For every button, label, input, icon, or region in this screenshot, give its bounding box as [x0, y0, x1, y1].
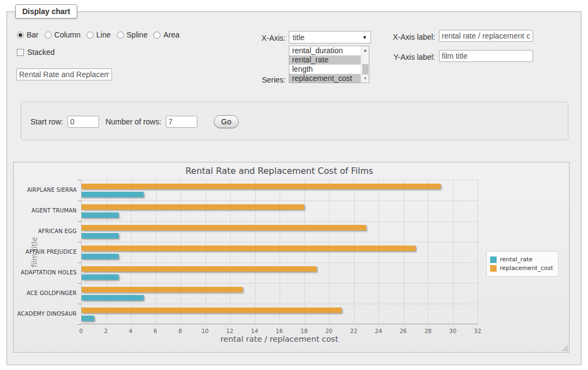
y-tick — [78, 283, 81, 284]
chart-type-option-label: Spline — [127, 30, 148, 39]
gridline — [354, 180, 355, 324]
bar-replacement_cost[interactable] — [82, 308, 342, 313]
legend-item-rental_rate[interactable]: rental_rate — [490, 256, 553, 263]
chart-type-option-area[interactable]: Area — [153, 30, 180, 39]
x-tick-label: 6 — [145, 328, 166, 334]
bar-replacement_cost[interactable] — [82, 266, 317, 272]
gridline — [156, 180, 157, 324]
fieldset-legend: Display chart — [15, 4, 77, 18]
number-of-rows-input[interactable] — [166, 116, 197, 128]
radio-icon[interactable] — [17, 32, 24, 39]
legend-label: replacement_cost — [500, 265, 553, 272]
x-axis-selected-value: title — [293, 33, 305, 42]
chart-title: Rental Rate and Replacement Cost of Film… — [81, 166, 478, 176]
x-axis-select[interactable]: title ▼ — [289, 31, 371, 43]
y-tick — [78, 242, 81, 242]
scroll-up-icon[interactable]: ▲ — [361, 46, 369, 54]
y-tick — [78, 200, 81, 201]
bar-replacement_cost[interactable] — [82, 246, 416, 251]
gridline — [453, 180, 454, 324]
x-tick-label: 12 — [219, 328, 240, 334]
category-label: ADAPTATION HOLES — [14, 269, 77, 277]
gridline — [82, 221, 478, 222]
gridline — [305, 180, 305, 324]
gridline — [478, 180, 478, 324]
stacked-label: Stacked — [27, 48, 55, 57]
bar-replacement_cost[interactable] — [82, 204, 304, 210]
y-axis-label-caption: Y-Axis label: — [381, 53, 435, 61]
x-tick-label: 30 — [442, 328, 463, 334]
series-option-rental_rate[interactable]: rental_rate — [289, 55, 361, 65]
x-tick-label: 18 — [293, 328, 315, 334]
plot-area — [81, 180, 478, 324]
chart-type-option-label: Line — [96, 30, 110, 39]
chart-type-option-column[interactable]: Column — [45, 30, 81, 39]
radio-icon[interactable] — [117, 32, 124, 39]
series-option-replacement_cost[interactable]: replacement_cost — [289, 74, 361, 83]
legend-item-replacement_cost[interactable]: replacement_cost — [490, 265, 553, 272]
gridline — [255, 180, 256, 324]
gridline — [181, 180, 181, 324]
checkbox-icon[interactable] — [17, 49, 24, 56]
y-axis-label-input[interactable] — [439, 50, 533, 62]
bar-rental_rate[interactable] — [82, 192, 144, 197]
radio-icon[interactable] — [86, 32, 94, 39]
chart-legend: rental_ratereplacement_cost — [486, 251, 559, 277]
go-button[interactable]: Go — [214, 115, 239, 128]
bar-replacement_cost[interactable] — [82, 225, 366, 230]
chart-type-radio-group: BarColumnLineSplineArea — [17, 30, 185, 39]
legend-label: rental_rate — [500, 256, 533, 263]
gridline — [82, 200, 478, 201]
bar-replacement_cost[interactable] — [82, 184, 441, 189]
bar-rental_rate[interactable] — [82, 254, 119, 259]
x-tick-label: 24 — [368, 328, 389, 334]
gridline — [107, 180, 107, 324]
gridline — [82, 304, 478, 304]
chart-title-input[interactable] — [16, 68, 112, 80]
chart-type-option-label: Bar — [27, 30, 39, 39]
gridline — [329, 180, 330, 324]
chart-type-option-line[interactable]: Line — [86, 30, 110, 39]
y-tick — [78, 304, 81, 304]
chart-container: Rental Rate and Replacement Cost of Film… — [13, 162, 570, 353]
x-axis-select-label: X-Axis: — [239, 34, 286, 42]
x-axis-title: rental rate / replacement cost — [81, 335, 478, 343]
gridline — [82, 242, 478, 242]
x-axis-label-caption: X-Axis label: — [381, 33, 435, 41]
radio-icon[interactable] — [45, 32, 52, 39]
bar-rental_rate[interactable] — [82, 233, 119, 239]
bar-rental_rate[interactable] — [82, 295, 144, 300]
x-tick-label: 16 — [269, 328, 290, 334]
bar-rental_rate[interactable] — [82, 274, 119, 280]
bar-rental_rate[interactable] — [82, 212, 119, 218]
y-tick — [78, 221, 81, 222]
gridline — [206, 180, 206, 324]
x-tick-label: 8 — [169, 328, 191, 334]
legend-swatch — [490, 265, 497, 272]
gridline — [82, 283, 478, 284]
x-tick-label: 10 — [194, 328, 216, 334]
query-panel: Start row: Number of rows: Go — [21, 102, 568, 140]
legend-swatch — [490, 256, 497, 263]
series-listbox[interactable]: rental_durationrental_ratelengthreplacem… — [289, 46, 369, 83]
series-option-rental_duration[interactable]: rental_duration — [289, 46, 361, 55]
series-option-length[interactable]: length — [289, 65, 361, 74]
chevron-down-icon: ▼ — [362, 35, 367, 40]
series-scrollbar[interactable]: ▲ ▼ — [361, 46, 369, 83]
scroll-down-icon[interactable]: ▼ — [361, 74, 369, 83]
radio-icon[interactable] — [153, 32, 160, 39]
category-label: AFRICAN EGG — [14, 228, 77, 235]
start-row-input[interactable] — [67, 116, 99, 128]
stacked-checkbox-row[interactable]: Stacked — [17, 48, 55, 57]
number-of-rows-label: Number of rows: — [106, 117, 162, 126]
x-axis-label-input[interactable] — [439, 30, 533, 42]
gridline — [82, 262, 478, 263]
resize-handle-icon[interactable] — [562, 345, 568, 351]
bar-replacement_cost[interactable] — [82, 287, 243, 292]
x-tick-label: 20 — [318, 328, 340, 334]
scrollbar-thumb[interactable] — [362, 64, 368, 76]
bar-rental_rate[interactable] — [82, 316, 94, 321]
chart-type-option-spline[interactable]: Spline — [117, 30, 148, 39]
chart-type-option-bar[interactable]: Bar — [17, 30, 39, 39]
display-chart-page: Display chart BarColumnLineSplineArea St… — [0, 0, 588, 370]
